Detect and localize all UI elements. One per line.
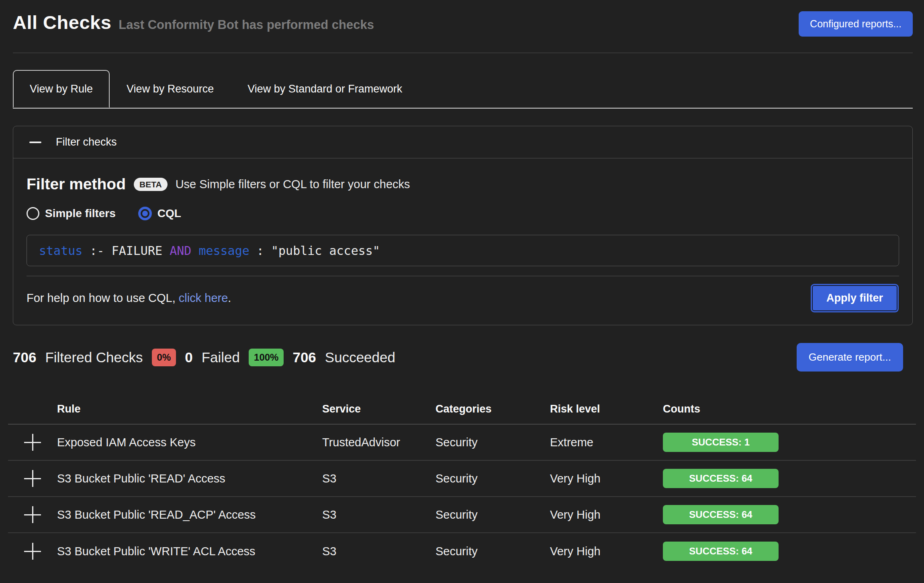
- collapse-minus-icon[interactable]: [29, 142, 41, 143]
- page-subtitle: Last Conformity Bot has performed checks: [119, 18, 374, 32]
- cql-token-keyword: AND: [170, 244, 191, 258]
- categories-cell: Security: [435, 472, 550, 485]
- succeeded-count: 706: [292, 349, 316, 365]
- service-cell: S3: [322, 545, 435, 558]
- success-count-badge: SUCCESS: 64: [663, 542, 779, 561]
- filter-method-row: Filter method BETA Use Simple filters or…: [27, 175, 899, 193]
- plus-icon: [24, 470, 41, 487]
- filter-help-row: For help on how to use CQL, click here. …: [27, 285, 899, 311]
- service-cell: TrustedAdvisor: [322, 436, 435, 449]
- tab-view-by-rule[interactable]: View by Rule: [13, 70, 110, 108]
- counts-cell: SUCCESS: 64: [663, 469, 916, 488]
- page-title: All Checks: [13, 11, 111, 33]
- radio-unselected-icon[interactable]: [27, 207, 39, 220]
- filter-checks-panel: Filter checks Filter method BETA Use Sim…: [13, 126, 913, 325]
- table-row: S3 Bucket Public 'WRITE' ACL AccessS3Sec…: [8, 533, 916, 569]
- rule-cell: Exposed IAM Access Keys: [57, 436, 322, 449]
- failed-count: 0: [185, 349, 192, 365]
- expand-row-button[interactable]: [8, 543, 57, 560]
- counts-cell: SUCCESS: 64: [663, 542, 916, 561]
- rule-cell: S3 Bucket Public 'READ' Access: [57, 472, 322, 485]
- beta-badge: BETA: [134, 178, 168, 191]
- header-divider: [13, 53, 913, 53]
- categories-cell: Security: [435, 545, 550, 558]
- success-count-badge: SUCCESS: 64: [663, 505, 779, 524]
- risk-level-cell: Very High: [550, 545, 663, 558]
- page-header: All Checks Last Conformity Bot has perfo…: [13, 0, 913, 37]
- table-row: Exposed IAM Access KeysTrustedAdvisorSec…: [8, 425, 916, 461]
- expand-row-button[interactable]: [8, 506, 57, 523]
- cql-help-text: For help on how to use CQL, click here.: [27, 292, 231, 305]
- categories-cell: Security: [435, 508, 550, 521]
- help-prefix: For help on how to use CQL,: [27, 292, 179, 304]
- cql-token-plain: :-: [82, 244, 111, 258]
- success-count-badge: SUCCESS: 64: [663, 469, 779, 488]
- table-body: Exposed IAM Access KeysTrustedAdvisorSec…: [8, 425, 916, 569]
- radio-label: CQL: [157, 207, 181, 220]
- risk-level-cell: Extreme: [550, 436, 663, 449]
- risk-level-cell: Very High: [550, 472, 663, 485]
- filter-method-radios: Simple filtersCQL: [27, 207, 899, 220]
- filtered-count: 706: [13, 349, 36, 365]
- tab-view-by-standard-or-framework[interactable]: View by Standard or Framework: [231, 70, 419, 108]
- filter-method-heading: Filter method: [27, 175, 126, 193]
- radio-label: Simple filters: [45, 207, 116, 220]
- column-header-counts: Counts: [663, 403, 916, 415]
- column-header-rule: Rule: [57, 403, 322, 415]
- radio-selected-icon[interactable]: [138, 207, 152, 220]
- service-cell: S3: [322, 472, 435, 485]
- help-suffix: .: [228, 292, 231, 304]
- filter-panel-body: Filter method BETA Use Simple filters or…: [13, 158, 912, 325]
- table-row: S3 Bucket Public 'READ' AccessS3Security…: [8, 461, 916, 497]
- apply-filter-button[interactable]: Apply filter: [812, 285, 897, 311]
- cql-help-link[interactable]: click here: [179, 292, 228, 304]
- rule-cell: S3 Bucket Public 'WRITE' ACL Access: [57, 545, 322, 558]
- cql-token-plain: FAILURE: [112, 244, 162, 258]
- expand-row-button[interactable]: [8, 470, 57, 487]
- cql-token-field: message: [198, 244, 249, 258]
- plus-icon: [24, 434, 41, 451]
- succeeded-percentage-badge: 100%: [249, 349, 284, 366]
- plus-icon: [24, 506, 41, 523]
- column-header-risk-level: Risk level: [550, 403, 663, 415]
- filter-panel-header[interactable]: Filter checks: [13, 126, 912, 158]
- counts-cell: SUCCESS: 64: [663, 505, 916, 524]
- radio-simple-filters[interactable]: Simple filters: [27, 207, 116, 220]
- filter-method-description: Use Simple filters or CQL to filter your…: [176, 178, 410, 191]
- table-row: S3 Bucket Public 'READ_ACP' AccessS3Secu…: [8, 497, 916, 533]
- column-header-service: Service: [322, 403, 435, 415]
- cql-token-plain: [191, 244, 198, 258]
- cql-token-plain: [162, 244, 170, 258]
- categories-cell: Security: [435, 436, 550, 449]
- cql-token-plain: "public access": [271, 244, 380, 258]
- all-checks-page: All Checks Last Conformity Bot has perfo…: [0, 0, 924, 569]
- stats-row: 706 Filtered Checks 0% 0 Failed 100% 706…: [13, 343, 913, 372]
- cql-token-plain: :: [249, 244, 271, 258]
- view-tabs: View by RuleView by ResourceView by Stan…: [13, 70, 913, 109]
- cql-token-field: status: [39, 244, 82, 258]
- service-cell: S3: [322, 508, 435, 521]
- tab-view-by-resource[interactable]: View by Resource: [110, 70, 231, 108]
- stats-summary: 706 Filtered Checks 0% 0 Failed 100% 706…: [13, 349, 395, 366]
- cql-query-input[interactable]: status :- FAILURE AND message : "public …: [27, 235, 899, 266]
- rule-cell: S3 Bucket Public 'READ_ACP' Access: [57, 508, 322, 521]
- succeeded-label: Succeeded: [325, 349, 395, 365]
- filter-body-divider: [27, 276, 899, 276]
- title-wrap: All Checks Last Conformity Bot has perfo…: [13, 11, 374, 33]
- checks-table: RuleServiceCategoriesRisk levelCounts Ex…: [8, 394, 916, 569]
- column-header-categories: Categories: [435, 403, 550, 415]
- radio-cql[interactable]: CQL: [138, 207, 181, 220]
- plus-icon: [24, 543, 41, 560]
- generate-report-button[interactable]: Generate report...: [797, 343, 903, 372]
- counts-cell: SUCCESS: 1: [663, 433, 916, 452]
- filtered-label: Filtered Checks: [45, 349, 143, 365]
- success-count-badge: SUCCESS: 1: [663, 433, 779, 452]
- expand-row-button[interactable]: [8, 434, 57, 451]
- failed-percentage-badge: 0%: [152, 349, 176, 366]
- configured-reports-button[interactable]: Configured reports...: [799, 11, 913, 37]
- table-header-row: RuleServiceCategoriesRisk levelCounts: [8, 394, 916, 425]
- filter-panel-title: Filter checks: [56, 136, 117, 148]
- radio-dot: [142, 211, 148, 216]
- risk-level-cell: Very High: [550, 508, 663, 521]
- failed-label: Failed: [202, 349, 240, 365]
